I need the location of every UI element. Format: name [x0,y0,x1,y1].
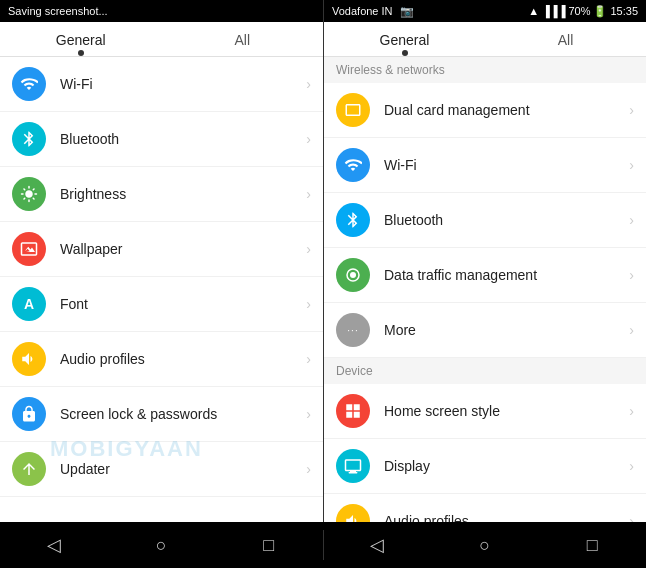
dual-card-label: Dual card management [384,102,629,118]
wallpaper-chevron: › [306,241,311,257]
dual-card-icon [336,93,370,127]
left-audio-label: Audio profiles [60,351,306,367]
left-tab-all[interactable]: All [162,22,324,56]
device-section-header: Device [324,358,646,384]
left-item-updater[interactable]: Updater › [0,442,323,497]
left-status-bar: Saving screenshot... [0,0,323,22]
left-bottom-nav: ◁ ○ □ [0,522,323,568]
left-item-wifi[interactable]: Wi-Fi › [0,57,323,112]
signal-bars-icon: ▐▐▐ [542,5,565,17]
right-recent-button[interactable]: □ [572,525,612,565]
wallpaper-icon [12,232,46,266]
right-audio-icon [336,504,370,522]
left-back-button[interactable]: ◁ [34,525,74,565]
display-chevron: › [629,458,634,474]
right-item-dual-card[interactable]: Dual card management › [324,83,646,138]
right-item-audio[interactable]: Audio profiles › [324,494,646,522]
right-back-button[interactable]: ◁ [357,525,397,565]
right-tab-all[interactable]: All [485,22,646,56]
left-item-bluetooth[interactable]: Bluetooth › [0,112,323,167]
updater-label: Updater [60,461,306,477]
left-tab-general[interactable]: General [0,22,162,56]
right-home-button[interactable]: ○ [465,525,505,565]
left-settings-list: Wi-Fi › Bluetooth › Brightness [0,57,323,522]
left-recent-button[interactable]: □ [249,525,289,565]
right-wifi-label: Wi-Fi [384,157,629,173]
brightness-label: Brightness [60,186,306,202]
left-item-font[interactable]: A Font › [0,277,323,332]
data-icon [336,258,370,292]
left-screen: Saving screenshot... General All Wi-Fi › [0,0,323,522]
right-screen: Vodafone IN 📷 ▲ ▐▐▐ 70% 🔋 15:35 General … [323,0,646,522]
display-icon [336,449,370,483]
right-item-bluetooth[interactable]: Bluetooth › [324,193,646,248]
right-item-homescreen[interactable]: Home screen style › [324,384,646,439]
updater-chevron: › [306,461,311,477]
data-chevron: › [629,267,634,283]
data-label: Data traffic management [384,267,629,283]
wifi-chevron: › [306,76,311,92]
more-chevron: › [629,322,634,338]
right-item-data[interactable]: Data traffic management › [324,248,646,303]
left-item-screenlock[interactable]: Screen lock & passwords › [0,387,323,442]
bottom-nav: ◁ ○ □ ◁ ○ □ [0,522,646,568]
left-tabs: General All [0,22,323,57]
font-chevron: › [306,296,311,312]
left-item-wallpaper[interactable]: Wallpaper › [0,222,323,277]
right-wifi-chevron: › [629,157,634,173]
more-label: More [384,322,629,338]
battery-text: 70% [568,5,590,17]
screenlock-label: Screen lock & passwords [60,406,306,422]
right-settings-list: Wireless & networks Dual card management… [324,57,646,522]
right-bottom-nav: ◁ ○ □ [324,522,647,568]
audio-icon [12,342,46,376]
bluetooth-chevron: › [306,131,311,147]
wifi-status-icon: ▲ [528,5,539,17]
screenlock-chevron: › [306,406,311,422]
wifi-icon [12,67,46,101]
font-label: Font [60,296,306,312]
saving-text: Saving screenshot... [8,5,108,17]
right-audio-label: Audio profiles [384,513,629,522]
left-home-button[interactable]: ○ [141,525,181,565]
left-bluetooth-label: Bluetooth [60,131,306,147]
homescreen-label: Home screen style [384,403,629,419]
right-status-bar: Vodafone IN 📷 ▲ ▐▐▐ 70% 🔋 15:35 [324,0,646,22]
dual-card-chevron: › [629,102,634,118]
right-tab-general[interactable]: General [324,22,485,56]
left-item-brightness[interactable]: Brightness › [0,167,323,222]
right-bluetooth-chevron: › [629,212,634,228]
right-item-more[interactable]: ··· More › [324,303,646,358]
right-wifi-icon [336,148,370,182]
audio-chevron: › [306,351,311,367]
font-icon: A [12,287,46,321]
brightness-chevron: › [306,186,311,202]
wallpaper-label: Wallpaper [60,241,306,257]
battery-icon: 🔋 [593,5,607,18]
bluetooth-icon [12,122,46,156]
display-label: Display [384,458,629,474]
time-text: 15:35 [610,5,638,17]
right-audio-chevron: › [629,513,634,522]
svg-point-1 [350,272,356,278]
wireless-section-header: Wireless & networks [324,57,646,83]
wifi-label: Wi-Fi [60,76,306,92]
left-item-audio[interactable]: Audio profiles › [0,332,323,387]
right-item-wifi[interactable]: Wi-Fi › [324,138,646,193]
right-item-display[interactable]: Display › [324,439,646,494]
updater-icon [12,452,46,486]
homescreen-icon [336,394,370,428]
screenlock-icon [12,397,46,431]
signal-icon: 📷 [400,5,414,17]
homescreen-chevron: › [629,403,634,419]
right-bluetooth-label: Bluetooth [384,212,629,228]
right-tabs: General All [324,22,646,57]
right-status-icons: ▲ ▐▐▐ 70% 🔋 15:35 [528,5,638,18]
more-icon: ··· [336,313,370,347]
carrier-text: Vodafone IN 📷 [332,5,414,18]
right-bluetooth-icon [336,203,370,237]
brightness-icon [12,177,46,211]
